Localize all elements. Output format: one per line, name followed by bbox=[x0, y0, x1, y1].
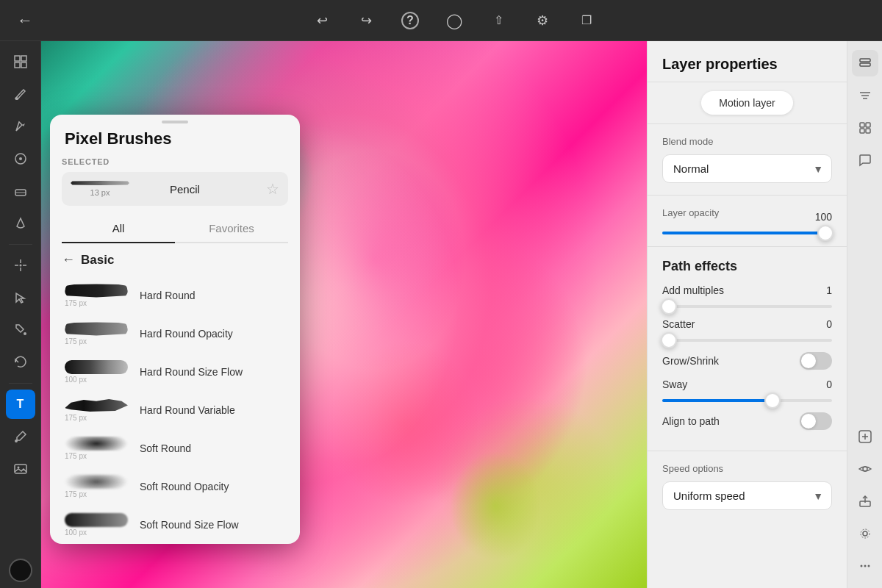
export-button[interactable] bbox=[852, 488, 878, 514]
eraser-icon bbox=[13, 184, 28, 198]
scatter-thumb[interactable] bbox=[661, 332, 677, 348]
eye-button[interactable] bbox=[852, 456, 878, 482]
brush-tool-button[interactable] bbox=[6, 79, 35, 109]
sway-thumb[interactable] bbox=[764, 392, 781, 409]
help-button[interactable]: ? bbox=[397, 7, 423, 34]
select-icon bbox=[13, 290, 28, 305]
select-tool-button[interactable] bbox=[6, 283, 35, 312]
speed-options-select[interactable]: Uniform speed Variable speed Ease in Eas… bbox=[662, 481, 832, 510]
transform-tool-button[interactable] bbox=[6, 251, 35, 280]
svg-rect-25 bbox=[860, 129, 864, 133]
chat-icon bbox=[858, 153, 872, 168]
redo-button[interactable]: ↪ bbox=[353, 7, 379, 34]
shape-tool-button[interactable] bbox=[6, 144, 35, 173]
svg-point-14 bbox=[24, 332, 26, 335]
list-item[interactable]: 175 px Hard Round Opacity bbox=[56, 315, 294, 353]
brush-name: Hard Round Opacity bbox=[140, 328, 233, 340]
svg-rect-23 bbox=[860, 123, 864, 127]
list-item[interactable]: 100 px Soft Round Size Flow bbox=[56, 506, 294, 544]
back-button[interactable]: ← bbox=[12, 7, 38, 34]
tab-favorites[interactable]: Favorites bbox=[175, 215, 288, 243]
category-header: ← Basic bbox=[50, 243, 300, 276]
text-tool-button[interactable]: T bbox=[6, 390, 35, 419]
effects-icon bbox=[858, 526, 872, 541]
effects-button[interactable] bbox=[852, 520, 878, 547]
fullscreen-button[interactable]: ❐ bbox=[573, 7, 600, 34]
fill-tool-button[interactable] bbox=[6, 209, 35, 238]
svg-rect-3 bbox=[21, 62, 26, 68]
paint-bucket-icon bbox=[13, 323, 28, 337]
favorite-button[interactable]: ☆ bbox=[266, 180, 279, 198]
layers-icon bbox=[858, 56, 872, 71]
eye-icon bbox=[858, 462, 872, 476]
blend-mode-select[interactable]: Normal Multiply Screen Overlay Darken Li… bbox=[662, 154, 832, 183]
back-icon: ← bbox=[17, 11, 33, 30]
motion-layer-tab[interactable]: Motion layer bbox=[701, 91, 792, 115]
sway-slider[interactable] bbox=[662, 399, 832, 402]
filter-button[interactable] bbox=[852, 82, 878, 109]
chat-button[interactable] bbox=[852, 147, 878, 173]
eyedropper-button[interactable] bbox=[6, 422, 35, 451]
brush-stroke-preview: 175 px bbox=[65, 284, 131, 307]
color-picker[interactable] bbox=[9, 559, 32, 582]
align-to-path-toggle[interactable] bbox=[800, 412, 832, 430]
scatter-slider[interactable] bbox=[662, 339, 832, 342]
add-multiples-row: Add multiples 1 bbox=[662, 284, 832, 296]
panel-handle[interactable] bbox=[50, 115, 300, 126]
selected-brush-item[interactable]: 13 px Pencil ☆ bbox=[62, 172, 288, 206]
svg-rect-1 bbox=[21, 56, 26, 61]
add-layer-button[interactable] bbox=[852, 423, 878, 450]
brush-icon bbox=[13, 87, 28, 101]
grid-tool-button[interactable] bbox=[6, 47, 35, 76]
eraser-tool-button[interactable] bbox=[6, 176, 35, 206]
image-button[interactable] bbox=[6, 454, 35, 484]
selected-brush-preview: 13 px bbox=[71, 178, 158, 200]
category-back-button[interactable]: ← bbox=[62, 252, 75, 268]
undo-button[interactable]: ↩ bbox=[309, 7, 335, 34]
brush-size: 175 px bbox=[65, 452, 87, 460]
speed-options-section: Speed options Uniform speed Variable spe… bbox=[648, 451, 847, 522]
tab-all[interactable]: All bbox=[62, 215, 175, 243]
account-button[interactable]: ◯ bbox=[441, 7, 467, 34]
layers-button[interactable] bbox=[852, 50, 878, 76]
paint-bucket-button[interactable] bbox=[6, 315, 35, 345]
history-button[interactable] bbox=[6, 348, 35, 377]
list-item[interactable]: 175 px Soft Round bbox=[56, 429, 294, 467]
list-item[interactable]: 175 px Hard Round bbox=[56, 276, 294, 315]
filter-icon bbox=[858, 88, 872, 103]
grid-view-button[interactable] bbox=[852, 115, 878, 141]
opacity-slider[interactable] bbox=[662, 232, 832, 234]
add-multiples-thumb[interactable] bbox=[661, 298, 677, 315]
pen-icon bbox=[13, 119, 28, 134]
share-button[interactable]: ⇧ bbox=[485, 7, 512, 34]
sway-fill bbox=[662, 399, 772, 402]
category-name: Basic bbox=[81, 253, 114, 268]
layer-opacity-section: Layer opacity 100 bbox=[648, 196, 847, 247]
left-tool-divider-2 bbox=[9, 383, 32, 384]
sway-value: 0 bbox=[826, 379, 832, 390]
pen-tool-button[interactable] bbox=[6, 112, 35, 141]
add-multiples-slider[interactable] bbox=[662, 305, 832, 308]
brush-selected-section: SELECTED 13 px Pencil ☆ bbox=[50, 157, 300, 215]
brush-panel-title: Pixel Brushes bbox=[50, 126, 300, 157]
handle-bar bbox=[162, 121, 188, 123]
settings-button[interactable]: ⚙ bbox=[529, 7, 556, 34]
blend-mode-label: Blend mode bbox=[662, 136, 832, 147]
list-item[interactable]: 100 px Hard Round Size Flow bbox=[56, 353, 294, 391]
brush-panel: Pixel Brushes SELECTED 13 px Pencil ☆ Al… bbox=[50, 115, 300, 544]
account-icon: ◯ bbox=[446, 12, 462, 29]
share-icon: ⇧ bbox=[494, 13, 503, 27]
opacity-thumb[interactable] bbox=[817, 225, 833, 241]
svg-point-17 bbox=[17, 467, 19, 469]
more-options-button[interactable] bbox=[852, 553, 878, 579]
svg-rect-26 bbox=[866, 129, 870, 133]
list-item[interactable]: 175 px Soft Round Opacity bbox=[56, 467, 294, 506]
soft-round-stroke bbox=[65, 437, 128, 451]
svg-point-33 bbox=[863, 531, 867, 536]
grow-shrink-toggle[interactable] bbox=[800, 352, 832, 370]
brush-name: Soft Round Opacity bbox=[140, 481, 229, 492]
image-icon bbox=[13, 462, 28, 476]
soft-round-sizeflow-stroke bbox=[65, 513, 128, 527]
canvas-area[interactable]: Pixel Brushes SELECTED 13 px Pencil ☆ Al… bbox=[41, 41, 647, 588]
list-item[interactable]: 175 px Hard Round Variable bbox=[56, 391, 294, 429]
